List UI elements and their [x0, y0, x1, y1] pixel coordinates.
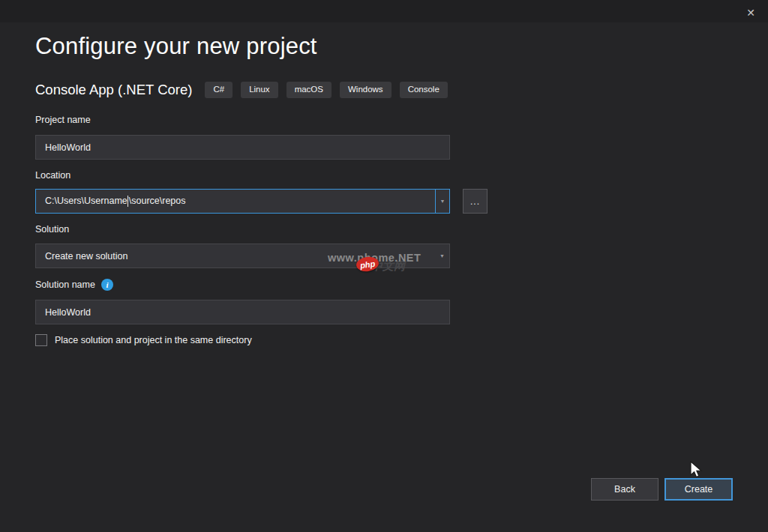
project-name-label: Project name	[35, 115, 91, 125]
project-type-name: Console App (.NET Core)	[35, 82, 192, 98]
browse-button[interactable]: ...	[463, 189, 488, 214]
tag-macos: macOS	[286, 82, 332, 98]
solution-selected-value: Create new solution	[45, 251, 128, 262]
info-icon[interactable]: i	[101, 279, 113, 291]
project-name-input[interactable]	[35, 135, 450, 160]
mouse-cursor-icon	[688, 461, 704, 479]
solution-dropdown-button[interactable]: ▼	[435, 244, 449, 267]
same-directory-row: Place solution and project in the same d…	[35, 334, 252, 346]
dialog-titlebar: ✕	[0, 0, 768, 22]
chevron-down-icon: ▼	[440, 199, 446, 204]
chevron-down-icon: ▼	[440, 253, 445, 259]
close-icon[interactable]: ✕	[742, 4, 759, 21]
same-directory-label: Place solution and project in the same d…	[55, 335, 252, 345]
project-type-row: Console App (.NET Core) C# Linux macOS W…	[35, 82, 448, 98]
location-dropdown-button[interactable]: ▼	[435, 190, 449, 213]
location-value: C:\Users\Username\source\repos	[45, 196, 185, 207]
create-button[interactable]: Create	[664, 478, 733, 501]
solution-select[interactable]: Create new solution ▼	[35, 244, 450, 268]
tag-linux: Linux	[241, 82, 278, 98]
solution-name-label-row: Solution name i	[35, 279, 113, 291]
tag-console: Console	[400, 82, 448, 98]
solution-name-label: Solution name	[35, 279, 95, 290]
project-type-tags: C# Linux macOS Windows Console	[205, 82, 447, 98]
tag-windows: Windows	[340, 82, 392, 98]
solution-label: Solution	[35, 224, 69, 235]
configure-project-dialog: ✕ Configure your new project Console App…	[0, 0, 768, 532]
location-input[interactable]: C:\Users\Username\source\repos ▼	[35, 189, 450, 214]
location-label: Location	[35, 170, 70, 181]
solution-name-input[interactable]	[35, 300, 450, 324]
tag-csharp: C#	[205, 82, 232, 98]
page-title: Configure your new project	[35, 33, 317, 60]
same-directory-checkbox[interactable]	[35, 334, 47, 346]
back-button[interactable]: Back	[591, 478, 658, 501]
